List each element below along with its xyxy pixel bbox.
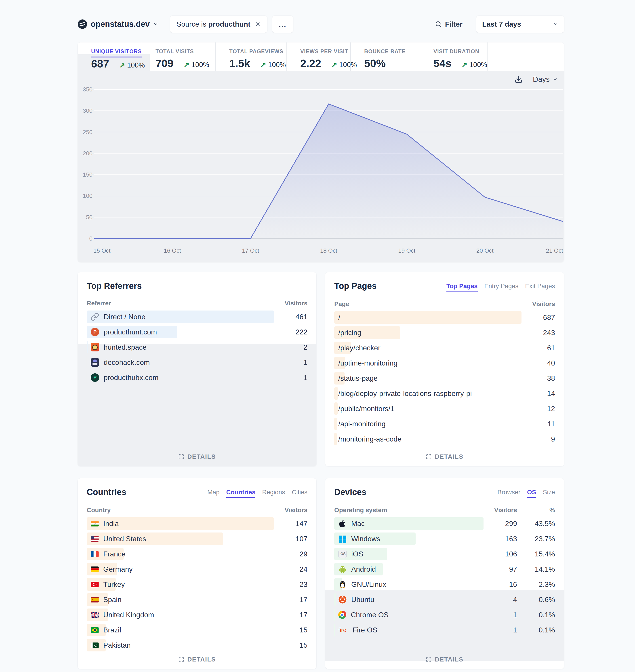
stat-label: VIEWS PER VISIT [300, 48, 348, 55]
hunted-space-icon [91, 343, 99, 352]
tab-countries[interactable]: Countries [226, 489, 256, 498]
details-button[interactable]: DETAILS [78, 656, 316, 663]
list-item[interactable]: hunted.space 2 [87, 341, 307, 353]
stat-label: VISIT DURATION [434, 48, 479, 55]
list-item[interactable]: /uptime-monitoring 40 [334, 357, 555, 369]
tab-regions[interactable]: Regions [262, 489, 285, 498]
site-selector[interactable]: openstatus.dev [78, 19, 158, 29]
details-button[interactable]: DETAILS [325, 453, 564, 460]
list-item[interactable]: Pproducthunt.com 222 [87, 326, 307, 338]
list-item[interactable]: GNU/Linux 162.3% [334, 578, 555, 591]
item-label: /blog/deploy-private-locations-raspberry… [334, 387, 522, 400]
tab-entry-pages[interactable]: Entry Pages [484, 282, 519, 292]
list-item[interactable]: iOSiOS 10615.4% [334, 548, 555, 560]
stats-row: UNIQUE VISITORS 687 ↗ 100% TOTAL VISITS … [78, 42, 564, 71]
list-item[interactable]: India 147 [87, 517, 307, 530]
item-visitors: 299 [483, 520, 517, 528]
stat-views-per-visit[interactable]: VIEWS PER VISIT 2.22 ↗ 100% [287, 42, 351, 71]
filter-label: Filter [445, 20, 462, 28]
item-percent: 23.7% [517, 535, 555, 543]
list-item[interactable]: /monitoring-as-code 9 [334, 433, 555, 445]
details-button[interactable]: DETAILS [78, 453, 316, 460]
stat-visit-duration[interactable]: VISIT DURATION 54s ↗ 100% [420, 42, 487, 71]
stat-bounce-rate[interactable]: BOUNCE RATE 50% [351, 42, 420, 71]
countries-card: Countries MapCountriesRegionsCities Coun… [78, 478, 316, 669]
item-visitors: 687 [522, 313, 555, 322]
item-label: /api-monitoring [334, 418, 522, 430]
filter-chip-source[interactable]: Source is producthunt [170, 16, 267, 33]
details-button[interactable]: DETAILS [325, 656, 564, 663]
item-visitors: 14 [522, 390, 555, 398]
item-label: fireFire OS [334, 624, 483, 636]
stat-total-pageviews[interactable]: TOTAL PAGEVIEWS 1.5k ↗ 100% [216, 42, 287, 71]
tab-exit-pages[interactable]: Exit Pages [525, 282, 555, 292]
item-label: India [87, 517, 274, 530]
list-item[interactable]: decohack.com 1 [87, 356, 307, 369]
stat-change: ↗ 100% [260, 61, 286, 69]
list-item[interactable]: Pproducthubx.com 1 [87, 371, 307, 384]
list-item[interactable]: Direct / None 461 [87, 311, 307, 323]
list-item[interactable]: / 687 [334, 311, 555, 324]
stat-unique-visitors[interactable]: UNIQUE VISITORS 687 ↗ 100% [78, 42, 142, 71]
list-item[interactable]: United States 107 [87, 532, 307, 545]
list-item[interactable]: /public/monitors/1 12 [334, 402, 555, 415]
tab-os[interactable]: OS [527, 489, 536, 498]
list-item[interactable]: /play/checker 61 [334, 342, 555, 354]
filter-button[interactable]: Filter [435, 20, 462, 28]
list-item[interactable]: /api-monitoring 11 [334, 418, 555, 430]
list-item[interactable]: France 29 [87, 548, 307, 560]
item-label: Germany [87, 563, 274, 575]
list-item[interactable]: Germany 24 [87, 563, 307, 575]
item-percent: 14.1% [517, 565, 555, 573]
arrow-up-icon: ↗ [184, 61, 190, 69]
stat-total-visits[interactable]: TOTAL VISITS 709 ↗ 100% [142, 42, 216, 71]
list-item[interactable]: /pricing 243 [334, 327, 555, 339]
item-label: Spain [87, 593, 274, 606]
top-referrers-card: Top Referrers Referrer Visitors Direct /… [78, 272, 316, 466]
tab-size[interactable]: Size [543, 489, 555, 498]
item-visitors: 9 [522, 435, 555, 443]
list-item[interactable]: United Kingdom 17 [87, 609, 307, 621]
svg-text:50: 50 [86, 214, 92, 220]
list-item[interactable]: Turkey 23 [87, 578, 307, 591]
list-item[interactable]: Brazil 15 [87, 624, 307, 636]
item-visitors: 243 [522, 329, 555, 337]
column-headers: Country Visitors [78, 498, 316, 517]
card-tabs: Top PagesEntry PagesExit Pages [446, 282, 555, 292]
svg-text:15 Oct: 15 Oct [93, 247, 111, 254]
item-label: Direct / None [87, 311, 274, 323]
list-item[interactable]: fireFire OS 10.1% [334, 624, 555, 636]
download-icon[interactable] [514, 75, 523, 83]
list-item[interactable]: Pakistan 15 [87, 639, 307, 651]
search-icon [435, 21, 442, 28]
svg-text:18 Oct: 18 Oct [320, 247, 337, 254]
item-percent: 0.1% [517, 611, 555, 619]
tab-cities[interactable]: Cities [292, 489, 307, 498]
close-icon[interactable] [255, 21, 261, 27]
column-headers: Operating system Visitors% [325, 498, 564, 517]
svg-text:200: 200 [83, 150, 92, 157]
tab-map[interactable]: Map [207, 489, 219, 498]
list-item[interactable]: Mac 29943.5% [334, 517, 555, 530]
tab-browser[interactable]: Browser [497, 489, 520, 498]
column-headers: Page Visitors [325, 292, 564, 311]
tab-top-pages[interactable]: Top Pages [446, 282, 478, 292]
stat-change: ↗ 100% [462, 61, 487, 69]
arrow-up-icon: ↗ [462, 61, 467, 69]
list-item[interactable]: Ubuntu 40.6% [334, 593, 555, 606]
page: openstatus.dev Source is producthunt ...… [78, 16, 564, 669]
item-label: /status-page [334, 372, 522, 384]
more-filters-button[interactable]: ... [272, 16, 293, 33]
visitors-chart: Days 050100150200250300350 15 Oct16 Oct1… [78, 71, 564, 262]
list-item[interactable]: /blog/deploy-private-locations-raspberry… [334, 387, 555, 400]
chevron-down-icon [553, 77, 558, 82]
interval-select[interactable]: Days [533, 75, 558, 84]
list-item[interactable]: /status-page 38 [334, 372, 555, 384]
list-item[interactable]: Spain 17 [87, 593, 307, 606]
date-range-select[interactable]: Last 7 days [476, 16, 564, 33]
list-item[interactable]: Chrome OS 10.1% [334, 609, 555, 621]
list-item[interactable]: Android 9714.1% [334, 563, 555, 575]
svg-text:100: 100 [83, 192, 92, 199]
list-item[interactable]: Windows 16323.7% [334, 532, 555, 545]
item-visitors: 61 [522, 344, 555, 352]
